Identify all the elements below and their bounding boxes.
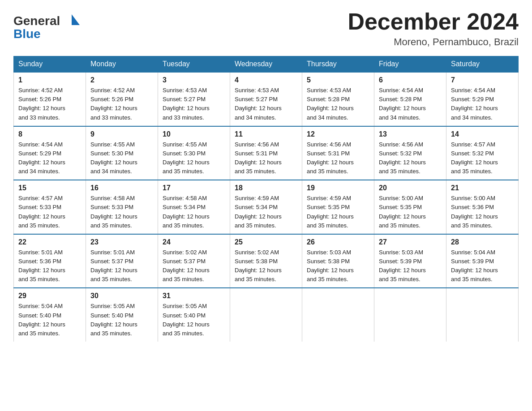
daylight-label: Daylight: 12 hours bbox=[451, 267, 498, 274]
daylight-label: Daylight: 12 hours bbox=[379, 267, 426, 274]
daylight-minutes: and 35 minutes. bbox=[307, 276, 348, 283]
day-number: 28 bbox=[451, 238, 514, 246]
day-info: Sunrise: 4:58 AM Sunset: 5:34 PM Dayligh… bbox=[163, 194, 225, 230]
sunrise-label: Sunrise: 4:57 AM bbox=[451, 141, 495, 148]
daylight-label: Daylight: 12 hours bbox=[90, 105, 137, 111]
sunrise-label: Sunrise: 4:55 AM bbox=[90, 141, 135, 148]
daylight-label: Daylight: 12 hours bbox=[307, 159, 354, 166]
day-number: 9 bbox=[90, 130, 153, 138]
daylight-minutes: and 34 minutes. bbox=[90, 168, 132, 175]
calendar-cell: 20 Sunrise: 5:00 AM Sunset: 5:35 PM Dayl… bbox=[374, 180, 446, 234]
svg-text:General: General bbox=[13, 14, 60, 28]
week-row-3: 15 Sunrise: 4:57 AM Sunset: 5:33 PM Dayl… bbox=[14, 180, 519, 234]
sunset-label: Sunset: 5:32 PM bbox=[379, 150, 422, 157]
day-info: Sunrise: 4:52 AM Sunset: 5:26 PM Dayligh… bbox=[90, 86, 153, 122]
location: Moreno, Pernambuco, Brazil bbox=[348, 36, 519, 48]
daylight-label: Daylight: 12 hours bbox=[235, 159, 282, 166]
daylight-minutes: and 33 minutes. bbox=[163, 114, 204, 121]
sunset-label: Sunset: 5:36 PM bbox=[451, 204, 494, 210]
day-header-saturday: Saturday bbox=[446, 56, 519, 73]
sunrise-label: Sunrise: 5:02 AM bbox=[163, 249, 207, 256]
sunrise-label: Sunrise: 4:53 AM bbox=[163, 87, 207, 94]
daylight-label: Daylight: 12 hours bbox=[451, 159, 498, 166]
svg-marker-1 bbox=[72, 14, 80, 25]
sunrise-label: Sunrise: 4:53 AM bbox=[307, 87, 351, 94]
day-info: Sunrise: 4:56 AM Sunset: 5:31 PM Dayligh… bbox=[307, 140, 369, 176]
daylight-minutes: and 35 minutes. bbox=[90, 330, 132, 337]
sunrise-label: Sunrise: 5:01 AM bbox=[90, 249, 135, 256]
day-info: Sunrise: 4:53 AM Sunset: 5:27 PM Dayligh… bbox=[163, 86, 225, 122]
daylight-label: Daylight: 12 hours bbox=[18, 105, 65, 111]
sunrise-label: Sunrise: 5:00 AM bbox=[451, 195, 495, 201]
day-number: 19 bbox=[307, 184, 369, 192]
sunset-label: Sunset: 5:29 PM bbox=[451, 96, 494, 103]
sunset-label: Sunset: 5:38 PM bbox=[235, 258, 278, 265]
daylight-label: Daylight: 12 hours bbox=[90, 321, 137, 328]
day-number: 8 bbox=[18, 130, 81, 138]
day-info: Sunrise: 4:55 AM Sunset: 5:30 PM Dayligh… bbox=[163, 140, 225, 176]
sunset-label: Sunset: 5:33 PM bbox=[90, 204, 133, 210]
sunset-label: Sunset: 5:35 PM bbox=[379, 204, 422, 210]
calendar-cell bbox=[230, 288, 302, 342]
sunrise-label: Sunrise: 4:54 AM bbox=[379, 87, 423, 94]
sunrise-label: Sunrise: 4:57 AM bbox=[18, 195, 63, 201]
daylight-label: Daylight: 12 hours bbox=[18, 321, 65, 328]
day-info: Sunrise: 5:04 AM Sunset: 5:40 PM Dayligh… bbox=[18, 302, 81, 338]
day-number: 30 bbox=[90, 292, 153, 300]
day-info: Sunrise: 5:01 AM Sunset: 5:37 PM Dayligh… bbox=[90, 248, 153, 284]
day-info: Sunrise: 4:59 AM Sunset: 5:34 PM Dayligh… bbox=[235, 194, 297, 230]
daylight-label: Daylight: 12 hours bbox=[163, 159, 210, 166]
daylight-label: Daylight: 12 hours bbox=[18, 159, 65, 166]
sunrise-label: Sunrise: 4:56 AM bbox=[307, 141, 351, 148]
sunset-label: Sunset: 5:40 PM bbox=[90, 312, 133, 319]
daylight-label: Daylight: 12 hours bbox=[307, 213, 354, 220]
daylight-minutes: and 34 minutes. bbox=[18, 168, 60, 175]
calendar-cell: 21 Sunrise: 5:00 AM Sunset: 5:36 PM Dayl… bbox=[446, 180, 519, 234]
day-header-sunday: Sunday bbox=[14, 56, 86, 73]
daylight-minutes: and 35 minutes. bbox=[379, 222, 420, 229]
daylight-minutes: and 35 minutes. bbox=[379, 168, 420, 175]
day-info: Sunrise: 5:00 AM Sunset: 5:36 PM Dayligh… bbox=[451, 194, 514, 230]
calendar-cell: 15 Sunrise: 4:57 AM Sunset: 5:33 PM Dayl… bbox=[14, 180, 86, 234]
daylight-label: Daylight: 12 hours bbox=[18, 213, 65, 220]
week-row-4: 22 Sunrise: 5:01 AM Sunset: 5:36 PM Dayl… bbox=[14, 234, 519, 288]
calendar-cell: 24 Sunrise: 5:02 AM Sunset: 5:37 PM Dayl… bbox=[158, 234, 230, 288]
daylight-minutes: and 33 minutes. bbox=[90, 114, 132, 121]
daylight-minutes: and 35 minutes. bbox=[163, 276, 204, 283]
calendar-cell: 13 Sunrise: 4:56 AM Sunset: 5:32 PM Dayl… bbox=[374, 126, 446, 180]
sunrise-label: Sunrise: 4:54 AM bbox=[451, 87, 495, 94]
daylight-minutes: and 35 minutes. bbox=[451, 222, 493, 229]
sunset-label: Sunset: 5:39 PM bbox=[451, 258, 494, 265]
calendar-cell: 28 Sunrise: 5:04 AM Sunset: 5:39 PM Dayl… bbox=[446, 234, 519, 288]
sunset-label: Sunset: 5:40 PM bbox=[18, 312, 61, 319]
daylight-minutes: and 35 minutes. bbox=[307, 168, 348, 175]
sunrise-label: Sunrise: 4:52 AM bbox=[18, 87, 63, 94]
day-info: Sunrise: 5:03 AM Sunset: 5:38 PM Dayligh… bbox=[307, 248, 369, 284]
day-number: 7 bbox=[451, 76, 514, 84]
day-number: 21 bbox=[451, 184, 514, 192]
day-info: Sunrise: 4:59 AM Sunset: 5:35 PM Dayligh… bbox=[307, 194, 369, 230]
daylight-label: Daylight: 12 hours bbox=[163, 105, 210, 111]
daylight-minutes: and 35 minutes. bbox=[18, 276, 60, 283]
sunrise-label: Sunrise: 4:53 AM bbox=[235, 87, 279, 94]
calendar-cell bbox=[302, 288, 374, 342]
daylight-minutes: and 35 minutes. bbox=[18, 330, 60, 337]
calendar-cell: 25 Sunrise: 5:02 AM Sunset: 5:38 PM Dayl… bbox=[230, 234, 302, 288]
day-number: 15 bbox=[18, 184, 81, 192]
day-number: 26 bbox=[307, 238, 369, 246]
sunset-label: Sunset: 5:27 PM bbox=[235, 96, 278, 103]
day-number: 1 bbox=[18, 76, 81, 84]
daylight-label: Daylight: 12 hours bbox=[90, 213, 137, 220]
sunrise-label: Sunrise: 5:05 AM bbox=[163, 303, 207, 309]
daylight-label: Daylight: 12 hours bbox=[163, 321, 210, 328]
calendar-cell: 22 Sunrise: 5:01 AM Sunset: 5:36 PM Dayl… bbox=[14, 234, 86, 288]
sunrise-label: Sunrise: 4:54 AM bbox=[18, 141, 63, 148]
daylight-minutes: and 35 minutes. bbox=[90, 276, 132, 283]
day-number: 12 bbox=[307, 130, 369, 138]
sunrise-label: Sunrise: 4:59 AM bbox=[307, 195, 351, 201]
sunset-label: Sunset: 5:35 PM bbox=[307, 204, 350, 210]
daylight-label: Daylight: 12 hours bbox=[307, 105, 354, 111]
day-number: 11 bbox=[235, 130, 297, 138]
day-info: Sunrise: 4:57 AM Sunset: 5:33 PM Dayligh… bbox=[18, 194, 81, 230]
day-header-monday: Monday bbox=[86, 56, 158, 73]
